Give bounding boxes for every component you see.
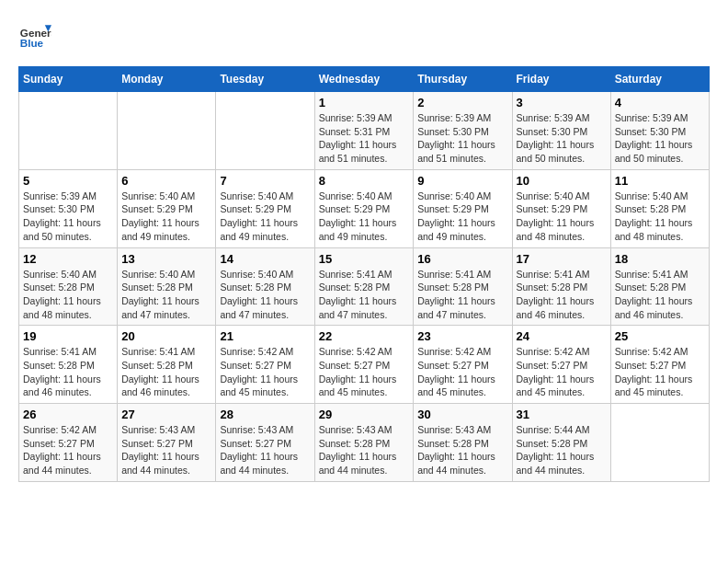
day-number: 18 xyxy=(615,252,705,266)
week-row-3: 12Sunrise: 5:40 AM Sunset: 5:28 PM Dayli… xyxy=(19,247,710,326)
day-info: Sunrise: 5:41 AM Sunset: 5:28 PM Dayligh… xyxy=(417,268,507,322)
calendar-cell: 8Sunrise: 5:40 AM Sunset: 5:29 PM Daylig… xyxy=(314,169,414,247)
calendar-cell: 17Sunrise: 5:41 AM Sunset: 5:28 PM Dayli… xyxy=(512,247,610,326)
calendar-cell: 30Sunrise: 5:43 AM Sunset: 5:28 PM Dayli… xyxy=(414,404,512,482)
day-info: Sunrise: 5:40 AM Sunset: 5:28 PM Dayligh… xyxy=(220,268,310,322)
calendar-cell: 6Sunrise: 5:40 AM Sunset: 5:29 PM Daylig… xyxy=(118,169,216,247)
day-info: Sunrise: 5:42 AM Sunset: 5:27 PM Dayligh… xyxy=(417,345,507,399)
calendar-cell: 18Sunrise: 5:41 AM Sunset: 5:28 PM Dayli… xyxy=(610,247,709,326)
day-number: 30 xyxy=(417,408,507,421)
day-number: 5 xyxy=(23,174,113,188)
day-info: Sunrise: 5:40 AM Sunset: 5:28 PM Dayligh… xyxy=(23,268,113,322)
day-number: 15 xyxy=(319,252,410,266)
calendar-cell: 29Sunrise: 5:43 AM Sunset: 5:28 PM Dayli… xyxy=(314,404,414,482)
day-info: Sunrise: 5:43 AM Sunset: 5:28 PM Dayligh… xyxy=(319,423,410,477)
week-row-4: 19Sunrise: 5:41 AM Sunset: 5:28 PM Dayli… xyxy=(19,326,710,404)
calendar-cell: 4Sunrise: 5:39 AM Sunset: 5:30 PM Daylig… xyxy=(610,92,709,170)
day-number: 8 xyxy=(319,174,410,188)
day-number: 4 xyxy=(615,96,705,109)
day-info: Sunrise: 5:41 AM Sunset: 5:28 PM Dayligh… xyxy=(23,345,113,399)
day-info: Sunrise: 5:40 AM Sunset: 5:29 PM Dayligh… xyxy=(417,190,507,244)
header-wednesday: Wednesday xyxy=(314,67,414,92)
day-info: Sunrise: 5:43 AM Sunset: 5:27 PM Dayligh… xyxy=(121,423,211,477)
header-friday: Friday xyxy=(512,67,610,92)
header-monday: Monday xyxy=(118,67,216,92)
day-info: Sunrise: 5:41 AM Sunset: 5:28 PM Dayligh… xyxy=(319,268,410,322)
svg-text:Blue: Blue xyxy=(20,37,44,49)
day-info: Sunrise: 5:39 AM Sunset: 5:30 PM Dayligh… xyxy=(417,111,507,166)
day-number: 26 xyxy=(23,408,113,421)
calendar-cell: 27Sunrise: 5:43 AM Sunset: 5:27 PM Dayli… xyxy=(118,404,216,482)
day-info: Sunrise: 5:41 AM Sunset: 5:28 PM Dayligh… xyxy=(517,268,607,322)
calendar-cell: 16Sunrise: 5:41 AM Sunset: 5:28 PM Dayli… xyxy=(414,247,512,326)
day-info: Sunrise: 5:39 AM Sunset: 5:31 PM Dayligh… xyxy=(319,111,410,166)
calendar-cell: 25Sunrise: 5:42 AM Sunset: 5:27 PM Dayli… xyxy=(610,326,709,404)
calendar-cell: 3Sunrise: 5:39 AM Sunset: 5:30 PM Daylig… xyxy=(512,92,610,170)
calendar-cell: 14Sunrise: 5:40 AM Sunset: 5:28 PM Dayli… xyxy=(216,247,314,326)
calendar-cell: 13Sunrise: 5:40 AM Sunset: 5:28 PM Dayli… xyxy=(118,247,216,326)
day-number: 7 xyxy=(220,174,310,188)
header-saturday: Saturday xyxy=(610,67,709,92)
day-info: Sunrise: 5:43 AM Sunset: 5:28 PM Dayligh… xyxy=(417,423,507,477)
day-info: Sunrise: 5:40 AM Sunset: 5:29 PM Dayligh… xyxy=(517,190,607,244)
calendar-cell: 9Sunrise: 5:40 AM Sunset: 5:29 PM Daylig… xyxy=(414,169,512,247)
day-number: 22 xyxy=(319,329,410,343)
day-number: 10 xyxy=(517,174,607,188)
calendar-cell: 15Sunrise: 5:41 AM Sunset: 5:28 PM Dayli… xyxy=(314,247,414,326)
calendar-cell: 23Sunrise: 5:42 AM Sunset: 5:27 PM Dayli… xyxy=(414,326,512,404)
header-sunday: Sunday xyxy=(19,67,118,92)
week-row-2: 5Sunrise: 5:39 AM Sunset: 5:30 PM Daylig… xyxy=(19,169,710,247)
calendar-cell: 31Sunrise: 5:44 AM Sunset: 5:28 PM Dayli… xyxy=(512,404,610,482)
calendar-cell: 21Sunrise: 5:42 AM Sunset: 5:27 PM Dayli… xyxy=(216,326,314,404)
day-number: 13 xyxy=(121,252,211,266)
day-number: 2 xyxy=(417,96,507,109)
day-info: Sunrise: 5:40 AM Sunset: 5:29 PM Dayligh… xyxy=(121,190,211,244)
day-info: Sunrise: 5:43 AM Sunset: 5:27 PM Dayligh… xyxy=(220,423,310,477)
day-info: Sunrise: 5:42 AM Sunset: 5:27 PM Dayligh… xyxy=(23,423,113,477)
day-info: Sunrise: 5:44 AM Sunset: 5:28 PM Dayligh… xyxy=(517,423,607,477)
day-number: 25 xyxy=(615,329,705,343)
day-number: 11 xyxy=(615,174,705,188)
day-info: Sunrise: 5:40 AM Sunset: 5:28 PM Dayligh… xyxy=(121,268,211,322)
calendar-cell: 12Sunrise: 5:40 AM Sunset: 5:28 PM Dayli… xyxy=(19,247,118,326)
day-info: Sunrise: 5:42 AM Sunset: 5:27 PM Dayligh… xyxy=(517,345,607,399)
calendar-cell: 7Sunrise: 5:40 AM Sunset: 5:29 PM Daylig… xyxy=(216,169,314,247)
day-info: Sunrise: 5:42 AM Sunset: 5:27 PM Dayligh… xyxy=(615,345,705,399)
day-number: 19 xyxy=(23,329,113,343)
day-number: 20 xyxy=(121,329,211,343)
calendar-cell: 22Sunrise: 5:42 AM Sunset: 5:27 PM Dayli… xyxy=(314,326,414,404)
day-info: Sunrise: 5:42 AM Sunset: 5:27 PM Dayligh… xyxy=(319,345,410,399)
calendar-cell xyxy=(610,404,709,482)
day-number: 29 xyxy=(319,408,410,421)
calendar-cell: 10Sunrise: 5:40 AM Sunset: 5:29 PM Dayli… xyxy=(512,169,610,247)
day-number: 17 xyxy=(517,252,607,266)
header-tuesday: Tuesday xyxy=(216,67,314,92)
week-row-1: 1Sunrise: 5:39 AM Sunset: 5:31 PM Daylig… xyxy=(19,92,710,170)
day-number: 14 xyxy=(220,252,310,266)
header-thursday: Thursday xyxy=(414,67,512,92)
calendar-cell: 20Sunrise: 5:41 AM Sunset: 5:28 PM Dayli… xyxy=(118,326,216,404)
page-header: General Blue xyxy=(18,18,710,52)
calendar-cell xyxy=(19,92,118,170)
calendar-header-row: SundayMondayTuesdayWednesdayThursdayFrid… xyxy=(19,67,710,92)
day-number: 9 xyxy=(417,174,507,188)
day-number: 12 xyxy=(23,252,113,266)
day-info: Sunrise: 5:40 AM Sunset: 5:29 PM Dayligh… xyxy=(319,190,410,244)
day-info: Sunrise: 5:41 AM Sunset: 5:28 PM Dayligh… xyxy=(121,345,211,399)
logo: General Blue xyxy=(18,18,51,52)
calendar-cell: 26Sunrise: 5:42 AM Sunset: 5:27 PM Dayli… xyxy=(19,404,118,482)
day-number: 28 xyxy=(220,408,310,421)
calendar-cell: 28Sunrise: 5:43 AM Sunset: 5:27 PM Dayli… xyxy=(216,404,314,482)
calendar-cell: 24Sunrise: 5:42 AM Sunset: 5:27 PM Dayli… xyxy=(512,326,610,404)
day-number: 24 xyxy=(517,329,607,343)
calendar-cell: 5Sunrise: 5:39 AM Sunset: 5:30 PM Daylig… xyxy=(19,169,118,247)
day-number: 31 xyxy=(517,408,607,421)
day-info: Sunrise: 5:39 AM Sunset: 5:30 PM Dayligh… xyxy=(517,111,607,166)
day-info: Sunrise: 5:42 AM Sunset: 5:27 PM Dayligh… xyxy=(220,345,310,399)
week-row-5: 26Sunrise: 5:42 AM Sunset: 5:27 PM Dayli… xyxy=(19,404,710,482)
calendar-cell: 2Sunrise: 5:39 AM Sunset: 5:30 PM Daylig… xyxy=(414,92,512,170)
day-number: 27 xyxy=(121,408,211,421)
calendar-cell: 1Sunrise: 5:39 AM Sunset: 5:31 PM Daylig… xyxy=(314,92,414,170)
calendar-cell: 11Sunrise: 5:40 AM Sunset: 5:28 PM Dayli… xyxy=(610,169,709,247)
day-number: 16 xyxy=(417,252,507,266)
